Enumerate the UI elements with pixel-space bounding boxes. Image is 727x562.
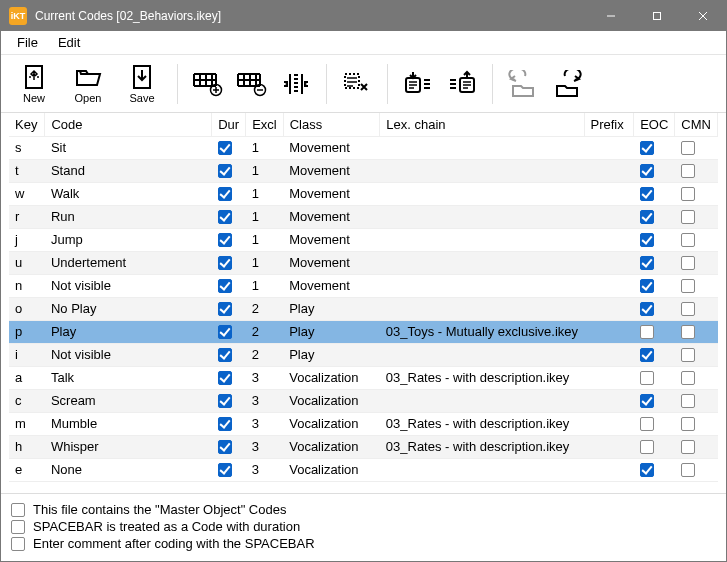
cell-cmn[interactable] — [675, 320, 718, 343]
cell-lex[interactable] — [380, 228, 584, 251]
table-row[interactable]: oNo Play2Play — [9, 297, 718, 320]
cell-code[interactable]: Not visible — [45, 274, 212, 297]
dur-checkbox[interactable] — [218, 325, 232, 339]
eoc-checkbox[interactable] — [640, 233, 654, 247]
cell-class[interactable]: Play — [283, 297, 380, 320]
grid-add-button[interactable] — [188, 64, 228, 104]
header-excl[interactable]: Excl — [246, 113, 284, 136]
cell-prefix[interactable] — [584, 274, 634, 297]
cell-eoc[interactable] — [634, 435, 675, 458]
cell-cmn[interactable] — [675, 159, 718, 182]
cell-prefix[interactable] — [584, 320, 634, 343]
cell-lex[interactable]: 03_Rates - with description.ikey — [380, 412, 584, 435]
cell-lex[interactable] — [380, 274, 584, 297]
cell-class[interactable]: Movement — [283, 182, 380, 205]
cell-prefix[interactable] — [584, 458, 634, 481]
table-row[interactable]: nNot visible1Movement — [9, 274, 718, 297]
cell-cmn[interactable] — [675, 274, 718, 297]
cell-lex[interactable] — [380, 389, 584, 412]
dur-checkbox[interactable] — [218, 302, 232, 316]
menu-edit[interactable]: Edit — [48, 33, 90, 52]
cmn-checkbox[interactable] — [681, 440, 695, 454]
table-row[interactable]: jJump1Movement — [9, 228, 718, 251]
export-button[interactable] — [442, 64, 482, 104]
cell-eoc[interactable] — [634, 458, 675, 481]
cell-dur[interactable] — [212, 136, 246, 159]
table-row[interactable]: wWalk1Movement — [9, 182, 718, 205]
codes-table[interactable]: Key Code Dur Excl Class Lex. chain Prefi… — [9, 113, 718, 482]
cell-key[interactable]: m — [9, 412, 45, 435]
cell-prefix[interactable] — [584, 182, 634, 205]
cell-excl[interactable]: 1 — [246, 205, 284, 228]
table-row[interactable]: rRun1Movement — [9, 205, 718, 228]
cell-cmn[interactable] — [675, 366, 718, 389]
cell-lex[interactable]: 03_Rates - with description.ikey — [380, 366, 584, 389]
cell-excl[interactable]: 1 — [246, 182, 284, 205]
redo-button[interactable] — [547, 64, 587, 104]
cell-excl[interactable]: 2 — [246, 320, 284, 343]
cell-excl[interactable]: 3 — [246, 412, 284, 435]
open-button[interactable]: Open — [63, 59, 113, 109]
eoc-checkbox[interactable] — [640, 325, 654, 339]
cell-excl[interactable]: 1 — [246, 159, 284, 182]
cmn-checkbox[interactable] — [681, 325, 695, 339]
cell-class[interactable]: Vocalization — [283, 435, 380, 458]
cell-lex[interactable] — [380, 343, 584, 366]
cell-key[interactable]: o — [9, 297, 45, 320]
cell-code[interactable]: Stand — [45, 159, 212, 182]
eoc-checkbox[interactable] — [640, 394, 654, 408]
dur-checkbox[interactable] — [218, 394, 232, 408]
header-eoc[interactable]: EOC — [634, 113, 675, 136]
cell-class[interactable]: Movement — [283, 205, 380, 228]
table-row[interactable]: iNot visible2Play — [9, 343, 718, 366]
cell-eoc[interactable] — [634, 136, 675, 159]
eoc-checkbox[interactable] — [640, 141, 654, 155]
dur-checkbox[interactable] — [218, 233, 232, 247]
cell-lex[interactable]: 03_Rates - with description.ikey — [380, 435, 584, 458]
cell-dur[interactable] — [212, 412, 246, 435]
cell-prefix[interactable] — [584, 159, 634, 182]
cell-key[interactable]: c — [9, 389, 45, 412]
eoc-checkbox[interactable] — [640, 348, 654, 362]
cmn-checkbox[interactable] — [681, 279, 695, 293]
eoc-checkbox[interactable] — [640, 210, 654, 224]
cell-cmn[interactable] — [675, 458, 718, 481]
table-row[interactable]: sSit1Movement — [9, 136, 718, 159]
cell-dur[interactable] — [212, 205, 246, 228]
eoc-checkbox[interactable] — [640, 417, 654, 431]
table-row[interactable]: tStand1Movement — [9, 159, 718, 182]
cell-cmn[interactable] — [675, 205, 718, 228]
header-key[interactable]: Key — [9, 113, 45, 136]
header-code[interactable]: Code — [45, 113, 212, 136]
cell-key[interactable]: j — [9, 228, 45, 251]
table-row[interactable]: hWhisper3Vocalization03_Rates - with des… — [9, 435, 718, 458]
dur-checkbox[interactable] — [218, 164, 232, 178]
cell-key[interactable]: s — [9, 136, 45, 159]
cmn-checkbox[interactable] — [681, 348, 695, 362]
cell-dur[interactable] — [212, 159, 246, 182]
cell-excl[interactable]: 3 — [246, 366, 284, 389]
cell-prefix[interactable] — [584, 389, 634, 412]
cell-excl[interactable]: 3 — [246, 389, 284, 412]
cmn-checkbox[interactable] — [681, 256, 695, 270]
eoc-checkbox[interactable] — [640, 187, 654, 201]
eoc-checkbox[interactable] — [640, 463, 654, 477]
cell-class[interactable]: Vocalization — [283, 366, 380, 389]
cell-prefix[interactable] — [584, 412, 634, 435]
cell-dur[interactable] — [212, 366, 246, 389]
cell-excl[interactable]: 1 — [246, 251, 284, 274]
cell-class[interactable]: Vocalization — [283, 412, 380, 435]
cell-excl[interactable]: 3 — [246, 458, 284, 481]
cell-prefix[interactable] — [584, 251, 634, 274]
dur-checkbox[interactable] — [218, 463, 232, 477]
dur-checkbox[interactable] — [218, 141, 232, 155]
cell-eoc[interactable] — [634, 320, 675, 343]
cell-lex[interactable] — [380, 182, 584, 205]
cell-eoc[interactable] — [634, 389, 675, 412]
cell-code[interactable]: Scream — [45, 389, 212, 412]
cell-cmn[interactable] — [675, 435, 718, 458]
cell-class[interactable]: Movement — [283, 159, 380, 182]
cell-class[interactable]: Movement — [283, 136, 380, 159]
cell-prefix[interactable] — [584, 435, 634, 458]
cell-key[interactable]: e — [9, 458, 45, 481]
